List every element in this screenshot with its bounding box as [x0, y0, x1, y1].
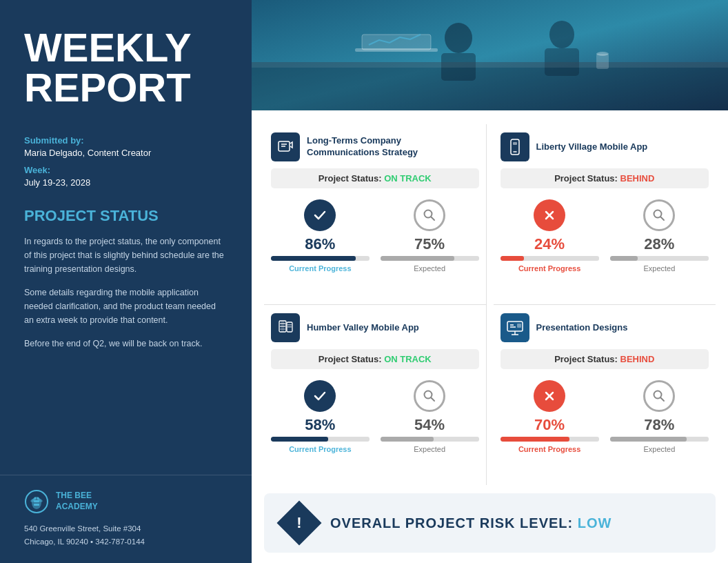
svg-point-7 [37, 497, 39, 499]
contact-info: 540 Greenville Street, Suite #304 Chicag… [24, 522, 228, 549]
communications-icon [276, 138, 294, 156]
search-icon-1 [412, 198, 447, 233]
label-expected-4: Expected [610, 445, 709, 453]
project-card-2: Liberty Village Mobile App Project Statu… [494, 124, 716, 305]
presentation-icon [506, 319, 524, 337]
project-header-1: Long-Terms CompanyCommunications Strateg… [271, 132, 479, 161]
search-icon-2 [642, 198, 676, 233]
project-icon-2 [501, 132, 529, 161]
check-icon-3 [303, 379, 337, 413]
status-badge-3: Project Status: ON TRACK [271, 349, 479, 369]
svg-rect-46 [517, 324, 521, 328]
percent-expected-1: 75% [381, 235, 479, 253]
risk-level: LOW [578, 515, 612, 531]
svg-rect-17 [596, 54, 609, 69]
project-card-1: Long-Terms CompanyCommunications Strateg… [264, 124, 487, 305]
svg-rect-35 [280, 328, 285, 330]
risk-diamond-container: ! [281, 504, 318, 542]
current-progress-2: 24% Current Progress [501, 198, 599, 273]
svg-line-23 [432, 217, 435, 221]
svg-rect-3 [34, 504, 39, 506]
status-badge-4: Project Status: BEHIND [501, 349, 709, 369]
current-progress-1: 86% Current Progress [271, 198, 370, 273]
sidebar-meta: Submitted by: Maria Delgado, Content Cre… [0, 128, 252, 475]
academy-logo: THE BEE ACADEMY [24, 489, 228, 514]
current-progress-3: 58% Current Progress [271, 379, 370, 453]
expected-2: 28% Expected [610, 198, 709, 273]
svg-line-30 [661, 217, 665, 221]
status-badge-1: Project Status: ON TRACK [271, 168, 479, 188]
percent-current-1: 86% [271, 235, 370, 253]
svg-rect-38 [287, 326, 292, 328]
mobile-icon-2 [506, 138, 524, 156]
percent-expected-4: 78% [610, 416, 709, 434]
percent-current-2: 24% [501, 235, 599, 253]
percent-expected-2: 28% [610, 235, 709, 253]
week-value: July 19-23, 2028 [24, 177, 228, 188]
project-name-3: Humber Valley Mobile App [307, 322, 419, 334]
svg-point-6 [34, 497, 37, 499]
risk-text: OVERALL PROJECT RISK LEVEL: LOW [330, 515, 611, 531]
label-expected-3: Expected [381, 445, 479, 453]
projects-grid: Long-Terms CompanyCommunications Strateg… [252, 110, 728, 485]
expected-4: 78% Expected [610, 379, 709, 453]
percent-expected-3: 54% [381, 416, 479, 434]
percent-current-4: 70% [501, 416, 599, 434]
metrics-row-3: 58% Current Progress [271, 379, 479, 453]
status-badge-2: Project Status: BEHIND [501, 168, 709, 188]
status-value-2: BEHIND [620, 173, 655, 184]
svg-point-14 [549, 21, 574, 48]
project-icon-1 [271, 132, 300, 161]
expected-3: 54% Expected [381, 379, 479, 453]
x-icon-4 [532, 379, 567, 413]
status-paragraph-2: Some details regarding the mobile applic… [24, 286, 228, 327]
project-header-3: Humber Valley Mobile App [271, 313, 479, 342]
svg-rect-9 [252, 62, 728, 110]
x-icon-2 [532, 198, 567, 233]
label-current-1: Current Progress [271, 264, 370, 273]
project-header-4: Presentation Designs [501, 313, 709, 342]
check-icon-1 [303, 198, 337, 233]
project-card-3: Humber Valley Mobile App Project Status:… [264, 305, 487, 485]
status-value-4: BEHIND [620, 354, 655, 364]
sidebar: WEEKLY REPORT Submitted by: Maria Delgad… [0, 0, 252, 563]
search-icon-4 [642, 379, 676, 413]
svg-rect-37 [287, 324, 292, 326]
svg-rect-16 [252, 62, 728, 68]
content-area: Long-Terms CompanyCommunications Strateg… [252, 0, 728, 563]
mobile-icon-3 [276, 319, 294, 337]
svg-rect-33 [280, 323, 285, 324]
project-card-4: Presentation Designs Project Status: BEH… [494, 305, 716, 485]
report-container: WEEKLY REPORT Submitted by: Maria Delgad… [0, 0, 728, 563]
svg-point-12 [445, 23, 472, 53]
svg-rect-34 [280, 326, 285, 327]
status-paragraph-3: Before the end of Q2, we will be back on… [24, 337, 228, 350]
label-expected-2: Expected [610, 264, 709, 273]
status-value-3: ON TRACK [384, 354, 432, 364]
percent-current-3: 58% [271, 416, 370, 434]
svg-rect-26 [513, 142, 517, 145]
week-label: Week: [24, 165, 228, 175]
status-paragraph-1: In regards to the project status, the on… [24, 235, 228, 276]
project-icon-4 [501, 313, 529, 342]
submitted-value: Maria Delgado, Content Creator [24, 148, 228, 158]
academy-name: THE BEE ACADEMY [56, 491, 98, 512]
project-name-4: Presentation Designs [536, 322, 628, 334]
current-progress-4: 70% Current Progress [501, 379, 599, 453]
svg-point-1 [32, 497, 41, 509]
status-value-1: ON TRACK [384, 173, 432, 184]
svg-rect-11 [362, 34, 431, 50]
metrics-row-1: 86% Current Progress [271, 198, 479, 273]
submitted-label: Submitted by: [24, 135, 228, 146]
bee-icon [24, 489, 49, 514]
label-expected-1: Expected [381, 264, 479, 273]
risk-exclamation-icon: ! [296, 514, 301, 532]
project-status-title: PROJECT STATUS [24, 207, 228, 225]
header-image [252, 0, 728, 110]
risk-banner: ! OVERALL PROJECT RISK LEVEL: LOW [264, 493, 716, 553]
metrics-row-2: 24% Current Progress [501, 198, 709, 273]
report-title: WEEKLY REPORT [24, 28, 228, 108]
label-current-4: Current Progress [501, 445, 599, 453]
project-name-2: Liberty Village Mobile App [536, 141, 648, 153]
label-current-2: Current Progress [501, 264, 599, 273]
